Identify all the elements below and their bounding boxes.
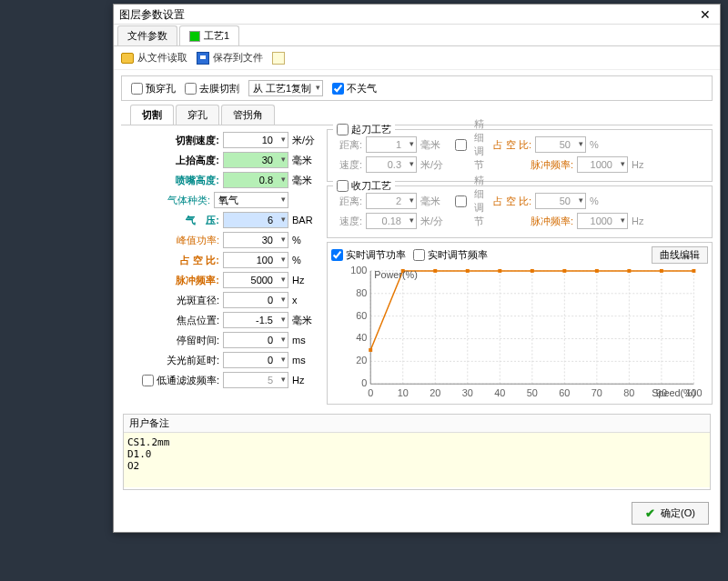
param-focus: 焦点位置:-1.5▾毫米 bbox=[121, 311, 319, 329]
tab-process-1-label: 工艺1 bbox=[204, 29, 229, 43]
chevron-down-icon: ▾ bbox=[281, 195, 286, 204]
power-speed-chart: 0102030405060708090100020406080100Power(… bbox=[331, 265, 708, 400]
subtabs: 切割 穿孔 管拐角 bbox=[121, 103, 713, 125]
knife-in-pulse-input[interactable]: 1000▾ bbox=[577, 156, 628, 173]
folder-icon bbox=[121, 53, 134, 64]
param-gas_type-input[interactable]: 氧气▾ bbox=[214, 192, 288, 208]
param-peak-input[interactable]: 30▾ bbox=[223, 232, 288, 248]
svg-text:80: 80 bbox=[623, 387, 634, 398]
param-lift-input[interactable]: 30▾ bbox=[223, 152, 288, 168]
param-dwell-unit: ms bbox=[292, 335, 319, 346]
curve-panel: 实时调节功率 实时调节频率 曲线编辑 010203040506070809010… bbox=[327, 242, 713, 405]
svg-rect-44 bbox=[627, 269, 631, 273]
ok-button[interactable]: ✔ 确定(O) bbox=[632, 502, 709, 525]
param-cut_speed-input[interactable]: 10▾ bbox=[223, 132, 288, 148]
param-dwell-input[interactable]: 0▾ bbox=[223, 332, 288, 348]
knife-out-pulse-input[interactable]: 1000▾ bbox=[577, 213, 628, 229]
knife-in-duty-input[interactable]: 50▾ bbox=[535, 136, 586, 153]
param-pulse-unit: Hz bbox=[292, 275, 319, 285]
curve-edit-button[interactable]: 曲线编辑 bbox=[652, 246, 708, 264]
copy-from-value: 从 工艺1复制 bbox=[253, 82, 311, 95]
param-pulse-input[interactable]: 5000▾ bbox=[223, 272, 288, 288]
lowpass-input[interactable]: 5▾ bbox=[223, 372, 288, 388]
param-cut_speed-unit: 米/分 bbox=[292, 134, 319, 147]
param-peak-unit: % bbox=[292, 235, 319, 245]
knife-out-duty-input[interactable]: 50▾ bbox=[535, 193, 586, 209]
param-nozzle-label: 喷嘴高度: bbox=[157, 174, 219, 187]
param-lift-unit: 毫米 bbox=[292, 154, 319, 167]
svg-text:50: 50 bbox=[527, 387, 538, 398]
param-list: 切割速度:10▾米/分上抬高度:30▾毫米喷嘴高度:0.8▾毫米气体种类:氧气▾… bbox=[121, 129, 319, 405]
svg-text:40: 40 bbox=[356, 332, 367, 343]
tab-file-params-label: 文件参数 bbox=[127, 29, 167, 43]
knife-in-enable[interactable]: 起刀工艺 bbox=[337, 123, 391, 136]
param-cut_speed: 切割速度:10▾米/分 bbox=[121, 131, 319, 149]
layer-params-dialog: 图层参数设置 ✕ 文件参数 工艺1 从文件读取 保存到文件 预穿孔 去膜切割 bbox=[113, 4, 721, 533]
svg-text:30: 30 bbox=[462, 387, 473, 398]
chevron-down-icon: ▾ bbox=[281, 155, 286, 164]
chevron-down-icon: ▾ bbox=[281, 295, 286, 304]
tab-process-1[interactable]: 工艺1 bbox=[179, 25, 239, 45]
lowpass-checkbox[interactable]: 低通滤波频率: bbox=[142, 374, 219, 387]
copy-from-select[interactable]: 从 工艺1复制 ▾ bbox=[248, 80, 323, 96]
prehole-checkbox[interactable]: 预穿孔 bbox=[131, 82, 176, 95]
knife-in-dist-input[interactable]: 1▾ bbox=[366, 136, 417, 153]
param-predelay-unit: ms bbox=[292, 355, 319, 366]
svg-text:20: 20 bbox=[356, 355, 367, 366]
save-to-file-button[interactable]: 保存到文件 bbox=[197, 51, 263, 65]
load-label: 从文件读取 bbox=[137, 51, 187, 65]
film-cut-checkbox[interactable]: 去膜切割 bbox=[185, 82, 239, 95]
svg-text:Speed(%): Speed(%) bbox=[652, 387, 695, 398]
notes-title: 用户备注 bbox=[124, 415, 710, 433]
rt-power-checkbox[interactable]: 实时调节功率 bbox=[331, 248, 406, 262]
param-spot-input[interactable]: 0▾ bbox=[223, 292, 288, 308]
svg-rect-42 bbox=[562, 269, 566, 273]
svg-text:60: 60 bbox=[559, 387, 570, 398]
options-row: 预穿孔 去膜切割 从 工艺1复制 ▾ 不关气 bbox=[121, 75, 713, 101]
notes-textarea[interactable] bbox=[124, 433, 710, 487]
param-duty-label: 占 空 比: bbox=[157, 254, 219, 267]
no-close-gas-checkbox[interactable]: 不关气 bbox=[332, 82, 377, 95]
param-focus-input[interactable]: -1.5▾ bbox=[223, 312, 288, 328]
param-predelay-label: 关光前延时: bbox=[157, 354, 219, 367]
param-gas_press: 气 压:6▾BAR bbox=[121, 211, 319, 229]
subtab-corner[interactable]: 管拐角 bbox=[221, 105, 275, 125]
svg-text:100: 100 bbox=[350, 265, 367, 275]
load-from-file-button[interactable]: 从文件读取 bbox=[121, 51, 187, 65]
notes-toolbar-button[interactable] bbox=[272, 52, 285, 65]
svg-text:0: 0 bbox=[368, 387, 373, 398]
chevron-down-icon: ▾ bbox=[281, 135, 286, 144]
tab-file-params[interactable]: 文件参数 bbox=[117, 25, 177, 45]
svg-text:10: 10 bbox=[398, 387, 409, 398]
svg-rect-46 bbox=[692, 269, 695, 273]
dialog-title: 图层参数设置 bbox=[119, 5, 185, 25]
param-lift-label: 上抬高度: bbox=[157, 154, 219, 167]
top-tabs: 文件参数 工艺1 bbox=[114, 25, 720, 46]
svg-rect-39 bbox=[466, 269, 470, 273]
close-icon[interactable]: ✕ bbox=[696, 5, 714, 25]
param-peak-label: 峰值功率: bbox=[157, 234, 219, 247]
content-area: 切割速度:10▾米/分上抬高度:30▾毫米喷嘴高度:0.8▾毫米气体种类:氧气▾… bbox=[114, 125, 720, 408]
param-gas_type-label: 气体种类: bbox=[148, 194, 210, 207]
param-gas_press-input[interactable]: 6▾ bbox=[223, 212, 288, 228]
knife-in-fine[interactable]: 精细调节 bbox=[455, 117, 484, 172]
knife-in-speed-input[interactable]: 0.3▾ bbox=[366, 156, 417, 173]
param-lift: 上抬高度:30▾毫米 bbox=[121, 151, 319, 169]
check-icon: ✔ bbox=[645, 506, 655, 520]
rt-freq-checkbox[interactable]: 实时调节频率 bbox=[413, 248, 488, 262]
param-nozzle-input[interactable]: 0.8▾ bbox=[223, 172, 288, 188]
knife-out-fine[interactable]: 精细调节 bbox=[455, 174, 484, 228]
knife-out-enable[interactable]: 收刀工艺 bbox=[337, 179, 391, 193]
chevron-down-icon: ▾ bbox=[281, 315, 286, 324]
param-focus-label: 焦点位置: bbox=[157, 314, 219, 327]
param-nozzle-unit: 毫米 bbox=[292, 174, 319, 187]
right-column: 起刀工艺 距离: 1▾ 毫米 精细调节 占 空 比: 50▾ % 速度: bbox=[327, 129, 713, 405]
param-predelay-input[interactable]: 0▾ bbox=[223, 352, 288, 368]
knife-out-dist-input[interactable]: 2▾ bbox=[366, 193, 417, 209]
param-spot: 光斑直径:0▾x bbox=[121, 291, 319, 309]
subtab-pierce[interactable]: 穿孔 bbox=[176, 105, 219, 125]
param-duty-input[interactable]: 100▾ bbox=[223, 252, 288, 268]
knife-out-speed-input[interactable]: 0.18▾ bbox=[366, 213, 417, 229]
svg-rect-38 bbox=[433, 269, 437, 273]
subtab-cut[interactable]: 切割 bbox=[130, 105, 174, 125]
